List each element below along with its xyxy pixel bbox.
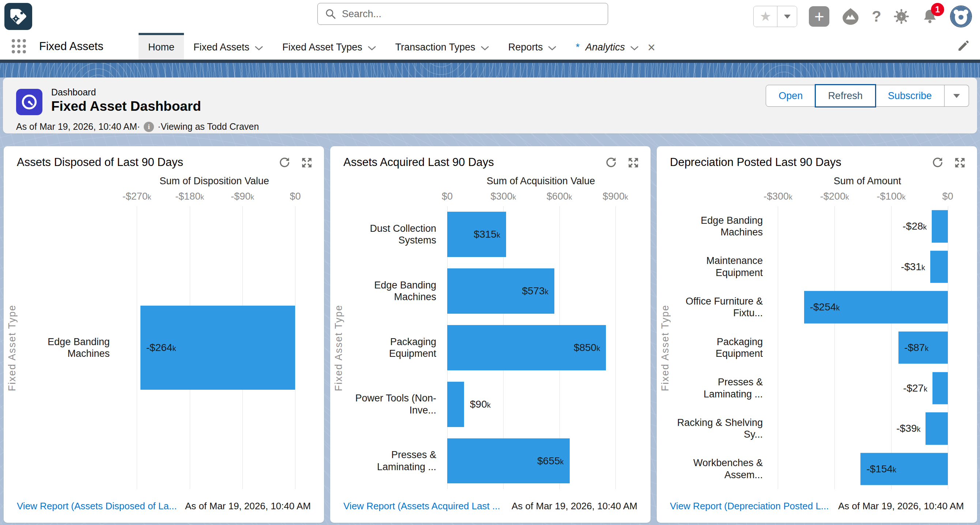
bar-track: $573k bbox=[446, 263, 636, 320]
x-axis-title: Sum of Acquisition Value bbox=[446, 175, 636, 187]
edit-navigation-button[interactable] bbox=[956, 40, 970, 52]
app-name: Fixed Assets bbox=[39, 40, 123, 53]
axis-header: Sum of Acquisition Value$0$300k$600k$900… bbox=[446, 175, 636, 206]
widget-header: Depreciation Posted Last 90 Days bbox=[657, 146, 977, 175]
as-of-text: As of Mar 19, 2026, 10:40 AM· bbox=[16, 121, 140, 132]
tab-fixed-asset-types[interactable]: Fixed Asset Types bbox=[273, 33, 386, 60]
value-label: $573k bbox=[522, 285, 548, 297]
tab-reports[interactable]: Reports bbox=[499, 33, 566, 60]
dashboard-widget: Assets Acquired Last 90 DaysSum of Acqui… bbox=[330, 146, 651, 523]
avatar[interactable] bbox=[950, 5, 972, 27]
chevron-down-icon[interactable] bbox=[480, 46, 489, 51]
category-label: Power Tools (Non-Inve... bbox=[347, 376, 446, 433]
bar[interactable] bbox=[926, 412, 947, 445]
more-actions-button[interactable] bbox=[945, 85, 969, 107]
bar-track: $655k bbox=[446, 433, 636, 489]
setup-button[interactable] bbox=[893, 8, 910, 25]
chevron-down-icon[interactable] bbox=[368, 46, 376, 51]
app-navigation-bar: Fixed Assets Home Fixed Assets Fixed Ass… bbox=[0, 33, 980, 60]
cards-row: Assets Disposed of Last 90 DaysSum of Di… bbox=[4, 146, 977, 523]
tab-label: Transaction Types bbox=[395, 42, 476, 53]
global-header: ★ + ? bbox=[0, 0, 980, 33]
tab-label: Analytics bbox=[585, 42, 625, 53]
help-icon: ? bbox=[872, 8, 881, 25]
unsaved-indicator: * bbox=[576, 42, 579, 53]
refresh-widget-icon[interactable] bbox=[931, 156, 943, 169]
chevron-down-icon[interactable] bbox=[548, 46, 557, 51]
x-axis-ticks: -$270k-$180k-$90k$0 bbox=[119, 191, 309, 204]
view-report-link[interactable]: View Report (Depreciation Posted L... bbox=[670, 501, 829, 512]
refresh-widget-icon[interactable] bbox=[278, 156, 290, 169]
widget-as-of-date: As of Mar 19, 2026, 10:40 AM bbox=[512, 501, 637, 512]
expand-widget-icon[interactable] bbox=[301, 156, 313, 169]
close-tab-icon[interactable]: × bbox=[648, 41, 655, 54]
chart-row: Packaging Equipment-$87k bbox=[674, 328, 977, 368]
help-button[interactable]: ? bbox=[872, 8, 881, 25]
chart-row: Presses & Laminating ...-$27k bbox=[674, 368, 977, 408]
star-icon: ★ bbox=[759, 9, 771, 24]
value-label: -$87k bbox=[904, 342, 928, 353]
dashboard-meta: As of Mar 19, 2026, 10:40 AM· i ·Viewing… bbox=[16, 121, 259, 132]
view-report-link[interactable]: View Report (Assets Disposed of La... bbox=[17, 501, 177, 512]
axis-tick-label: $600k bbox=[547, 191, 572, 202]
tab-analytics[interactable]: * Analytics × bbox=[566, 33, 665, 60]
bar[interactable] bbox=[932, 372, 948, 404]
refresh-widget-icon[interactable] bbox=[605, 156, 617, 169]
subscribe-button[interactable]: Subscribe bbox=[875, 85, 945, 107]
page-title: Fixed Asset Dashboard bbox=[51, 99, 201, 114]
bar[interactable] bbox=[930, 251, 948, 283]
bar-track: $90k bbox=[446, 376, 636, 433]
info-icon[interactable]: i bbox=[144, 122, 154, 132]
chart-row: Power Tools (Non-Inve...$90k bbox=[347, 376, 651, 433]
x-axis-ticks: $0$300k$600k$900k bbox=[446, 191, 636, 204]
chevron-down-icon[interactable] bbox=[630, 46, 639, 51]
value-label: -$264k bbox=[146, 342, 176, 353]
expand-widget-icon[interactable] bbox=[627, 156, 640, 169]
bar-track: $850k bbox=[446, 320, 636, 376]
bar-track: -$154k bbox=[772, 449, 963, 489]
refresh-button[interactable]: Refresh bbox=[815, 85, 875, 107]
favorite-star-button[interactable]: ★ bbox=[754, 6, 777, 27]
axis-tick-label: -$100k bbox=[877, 191, 906, 202]
chart-row: Dust Collection Systems$315k bbox=[347, 206, 651, 263]
expand-widget-icon[interactable] bbox=[954, 156, 966, 169]
chart-row: Presses & Laminating ...$655k bbox=[347, 433, 651, 489]
trailhead-button[interactable] bbox=[841, 7, 860, 26]
tab-home[interactable]: Home bbox=[138, 33, 184, 60]
bar[interactable] bbox=[447, 382, 464, 427]
bar-track: -$39k bbox=[772, 408, 963, 449]
quick-create-button[interactable]: + bbox=[809, 6, 829, 27]
value-label: -$39k bbox=[896, 423, 920, 434]
open-button[interactable]: Open bbox=[766, 85, 815, 107]
chevron-down-icon bbox=[953, 94, 960, 101]
axis-tick-label: -$200k bbox=[820, 191, 849, 202]
theme-banner bbox=[0, 60, 980, 78]
chart-row: Edge Banding Machines-$264k bbox=[21, 206, 324, 489]
view-report-link[interactable]: View Report (Assets Acquired Last ... bbox=[344, 501, 500, 512]
tab-fixed-assets[interactable]: Fixed Assets bbox=[184, 33, 273, 60]
salesforce-dashboard-page: ★ + ? bbox=[0, 0, 980, 525]
tab-label: Fixed Asset Types bbox=[282, 42, 363, 53]
value-label: -$154k bbox=[866, 463, 896, 475]
favorites-menu-button[interactable] bbox=[777, 6, 797, 27]
widget-actions bbox=[931, 156, 966, 169]
axis-tick-label: -$270k bbox=[123, 191, 151, 202]
bar-track: -$28k bbox=[772, 206, 963, 247]
chevron-down-icon bbox=[784, 14, 791, 22]
chevron-down-icon[interactable] bbox=[255, 46, 263, 51]
dashboard-actions: Open Refresh Subscribe bbox=[766, 85, 969, 107]
category-label: Edge Banding Machines bbox=[347, 263, 446, 320]
notification-badge: 1 bbox=[931, 3, 944, 16]
bar-track: -$31k bbox=[772, 247, 963, 287]
app-logo bbox=[5, 3, 32, 30]
search-input[interactable] bbox=[317, 3, 608, 25]
notifications-button[interactable]: 1 bbox=[921, 8, 938, 25]
trailhead-icon bbox=[841, 7, 860, 26]
tab-transaction-types[interactable]: Transaction Types bbox=[386, 33, 499, 60]
chart-row: Edge Banding Machines-$28k bbox=[674, 206, 977, 247]
pencil-icon bbox=[956, 40, 970, 52]
widget-header: Assets Acquired Last 90 Days bbox=[330, 146, 651, 175]
chart-row: Workbenches & Assem...-$154k bbox=[674, 449, 977, 489]
app-launcher-button[interactable] bbox=[12, 39, 26, 53]
bar[interactable] bbox=[932, 210, 947, 242]
